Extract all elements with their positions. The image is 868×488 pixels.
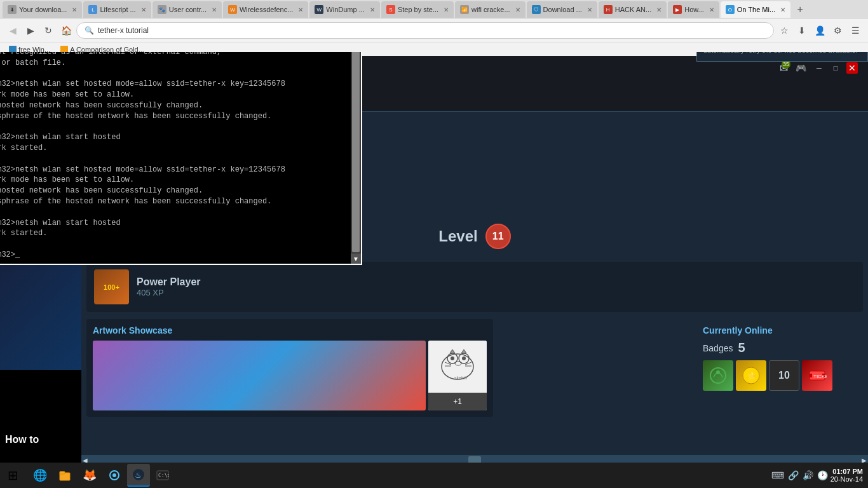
clock-icon[interactable]: 🕐 xyxy=(817,470,828,480)
tab-close-hack[interactable]: ✕ xyxy=(656,6,661,13)
tab-label-windump: WinDump ... xyxy=(326,6,365,13)
badge-ticket-svg: TICKET xyxy=(808,366,827,385)
start-button[interactable]: ⊞ xyxy=(0,463,25,488)
download-button[interactable]: ⬇ xyxy=(794,23,810,38)
badge-10[interactable]: 10 xyxy=(769,360,799,391)
wolf-drawing-bg: sketch xyxy=(428,341,487,393)
taskbar-item-firefox[interactable]: 🦊 xyxy=(78,464,102,487)
badges-row: Badges 5 xyxy=(703,341,862,355)
artwork-showcase-section: Artwork Showcase xyxy=(86,319,493,417)
tab-close-how[interactable]: ✕ xyxy=(709,6,714,13)
artwork-thumbnail[interactable]: sketch +1 xyxy=(428,341,487,410)
profile-button[interactable]: 👤 xyxy=(812,23,827,38)
badge-gold[interactable]: ⭐ xyxy=(736,360,766,391)
tab-label-lifescript: Lifescript ... xyxy=(100,6,135,13)
svg-marker-4 xyxy=(461,349,466,353)
tab-close-windump[interactable]: ✕ xyxy=(370,6,375,13)
forward-button[interactable]: ▶ xyxy=(23,23,38,38)
tab-hack[interactable]: H HACK AN... ✕ xyxy=(599,1,667,18)
home-button[interactable]: 🏠 xyxy=(58,23,74,38)
cmd-scrollbar[interactable]: ▲ ▼ xyxy=(351,52,361,264)
tab-wireless[interactable]: W Wirelessdefenc... ✕ xyxy=(223,1,308,18)
artwork-container: sketch +1 xyxy=(93,341,487,410)
tab-on-the-mi[interactable]: O On The Mi... ✕ xyxy=(721,1,790,18)
menu-button[interactable]: ☰ xyxy=(848,23,863,38)
notification-bell[interactable]: ✉ 35 xyxy=(780,62,788,74)
tab-favicon-on: O xyxy=(726,5,735,14)
tab-label-dl: Download ... xyxy=(543,6,582,13)
tab-stepbystep[interactable]: S Step by ste... ✕ xyxy=(381,1,454,18)
url-bar[interactable]: 🔍 tether-x tutorial xyxy=(76,22,774,39)
svg-text:♨: ♨ xyxy=(135,471,142,480)
taskbar-items: 🌐 🦊 ♨ C:\> xyxy=(25,464,766,487)
svg-text:⭐: ⭐ xyxy=(747,370,757,381)
taskbar-item-ie[interactable]: 🌐 xyxy=(28,464,52,487)
artwork-plus-one: +1 xyxy=(428,393,487,410)
volume-icon[interactable]: 🔊 xyxy=(803,470,813,480)
tab-windump[interactable]: W WinDump ... ✕ xyxy=(309,1,380,18)
keyboard-icon[interactable]: ⌨ xyxy=(771,470,784,480)
taskbar-item-steam[interactable]: ♨ xyxy=(127,464,150,487)
svg-text:TICKET: TICKET xyxy=(813,374,827,379)
taskbar-settings-icon xyxy=(108,469,121,482)
tab-close-wifi[interactable]: ✕ xyxy=(515,6,520,13)
controller-icon[interactable]: 🎮 xyxy=(793,60,808,76)
reload-button[interactable]: ↻ xyxy=(41,23,56,38)
taskbar-item-cmd[interactable]: C:\> xyxy=(151,464,174,487)
close-user-panel[interactable]: ✕ xyxy=(846,62,858,74)
tab-close-on[interactable]: ✕ xyxy=(780,6,785,13)
svg-point-6 xyxy=(462,356,466,360)
minimize-button[interactable]: ─ xyxy=(813,62,825,74)
chat-popup: The Cloud ℹ ─ ✕ online: 5 minutes ago ne… xyxy=(696,52,868,62)
tab-close-download[interactable]: ✕ xyxy=(72,6,77,13)
taskbar-item-explorer[interactable] xyxy=(53,464,76,487)
tab-close-step[interactable]: ✕ xyxy=(444,6,449,13)
power-player-xp: 405 XP xyxy=(137,288,855,297)
svg-point-7 xyxy=(455,362,461,365)
tab-favicon-lifescript: L xyxy=(88,5,97,14)
tab-label-wireless: Wirelessdefenc... xyxy=(240,6,293,13)
settings-button[interactable]: ⚙ xyxy=(830,23,845,38)
artwork-main-image[interactable] xyxy=(93,341,426,410)
cmd-body[interactable]: C:\Windows\system32>netsh wlan set hoste… xyxy=(0,52,361,264)
clock-date: 20-Nov-14 xyxy=(831,475,863,483)
chat-message: nection could be made to the Steam will … xyxy=(703,52,861,56)
maximize-button[interactable]: □ xyxy=(830,62,841,74)
svg-rect-22 xyxy=(60,471,65,474)
badge-gold-svg: ⭐ xyxy=(742,366,761,385)
tab-your-download[interactable]: ⬇ Your downloa... ✕ xyxy=(3,1,82,18)
browser-chrome: ⬇ Your downloa... ✕ L Lifescript ... ✕ 🐾… xyxy=(0,0,868,52)
cmd-scroll-down[interactable]: ▼ xyxy=(351,254,361,264)
badge-green[interactable] xyxy=(703,360,733,391)
clock: 01:07 PM 20-Nov-14 xyxy=(831,468,863,483)
svg-point-14 xyxy=(716,370,720,374)
badge-ticket[interactable]: TICKET xyxy=(802,360,832,391)
back-button[interactable]: ◀ xyxy=(5,23,20,38)
new-tab-button[interactable]: + xyxy=(792,1,808,18)
svg-rect-18 xyxy=(810,374,812,377)
tab-favicon-download: ⬇ xyxy=(8,5,17,14)
tab-wifi[interactable]: 📶 wifi cracke... ✕ xyxy=(455,1,526,18)
nav-bar: ◀ ▶ ↻ 🏠 🔍 tether-x tutorial ☆ ⬇ 👤 ⚙ ☰ xyxy=(0,19,868,42)
network-icon[interactable]: 🔗 xyxy=(788,470,799,480)
explorer-icon xyxy=(58,469,71,482)
badge-green-svg xyxy=(709,366,728,385)
power-player-info: Power Player 405 XP xyxy=(137,276,855,297)
tab-label-how: How... xyxy=(684,6,704,13)
tab-label-download: Your downloa... xyxy=(19,6,67,13)
bookmark-star[interactable]: ☆ xyxy=(776,23,792,38)
user-icons: ✉ 35 🎮 ─ □ ✕ xyxy=(780,60,858,76)
tab-close-dl[interactable]: ✕ xyxy=(587,6,592,13)
tab-user-contr[interactable]: 🐾 User contr... ✕ xyxy=(153,1,222,18)
tab-lifescript[interactable]: L Lifescript ... ✕ xyxy=(83,1,151,18)
taskbar: ⊞ 🌐 🦊 ♨ C:\> xyxy=(0,463,868,488)
tab-how[interactable]: ▶ How... ✕ xyxy=(668,1,719,18)
tab-download[interactable]: 🛡 Download ... ✕ xyxy=(527,1,597,18)
clock-time: 01:07 PM xyxy=(831,468,863,475)
tab-close-lifescript[interactable]: ✕ xyxy=(141,6,146,13)
tab-close-user[interactable]: ✕ xyxy=(212,6,217,13)
taskbar-item-settings[interactable] xyxy=(103,464,126,487)
tab-close-wireless[interactable]: ✕ xyxy=(298,6,303,13)
tab-favicon-wifi: 📶 xyxy=(460,5,469,14)
cmd-scroll-thumb[interactable] xyxy=(352,52,360,252)
